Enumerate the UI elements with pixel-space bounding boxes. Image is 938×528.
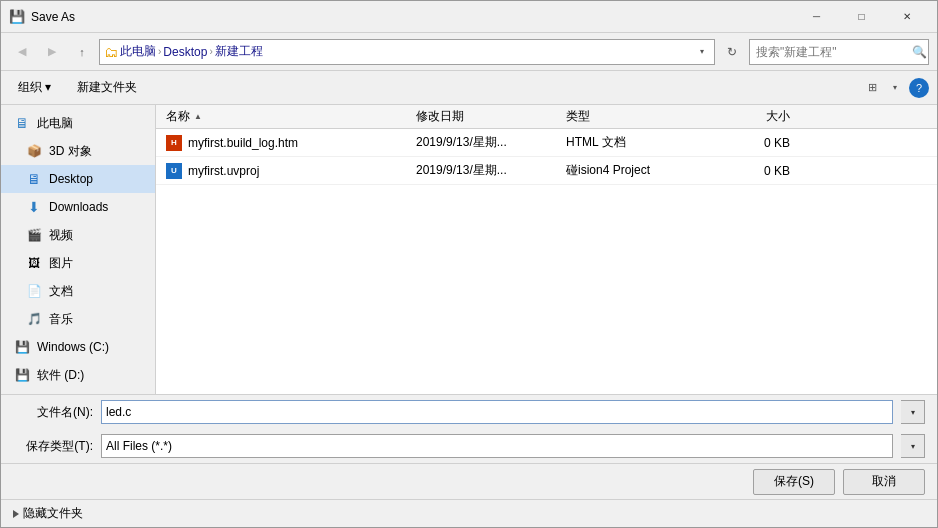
address-sep-1: › [158,46,161,57]
filename-row: 文件名(N): ▾ [1,395,937,429]
filename-dropdown-button[interactable]: ▾ [901,400,925,424]
titlebar: 💾 Save As ─ □ ✕ [1,1,937,33]
sidebar-item-drive-c[interactable]: 💾 Windows (C:) [1,333,155,361]
action-buttons: 保存(S) 取消 [1,463,937,499]
table-row[interactable]: U myfirst.uvproj 2019/9/13/星期... 碰ision4… [156,157,937,185]
sidebar-label-video: 视频 [49,227,73,244]
sidebar-label-computer: 此电脑 [37,115,73,132]
hidden-files-label: 隐藏文件夹 [23,505,83,522]
file-size-2: 0 KB [726,164,806,178]
filetype-row: 保存类型(T): ▾ [1,429,937,463]
address-part-desktop: Desktop [163,45,207,59]
save-button[interactable]: 保存(S) [753,469,835,495]
col-header-name[interactable]: 名称 ▲ [156,108,416,125]
file-type-1: HTML 文档 [566,134,726,151]
sidebar-item-desktop[interactable]: 🖥 Desktop [1,165,155,193]
maximize-button[interactable]: □ [839,1,884,33]
address-parts: 🗂 此电脑 › Desktop › 新建工程 [104,43,694,60]
filename-label: 文件名(N): [13,404,93,421]
save-as-dialog: 💾 Save As ─ □ ✕ ◀ ▶ ↑ 🗂 此电脑 › Desktop › … [0,0,938,528]
help-button[interactable]: ? [909,78,929,98]
sidebar-item-downloads[interactable]: ⬇ Downloads [1,193,155,221]
uvproj-file-icon: U [166,163,182,179]
view-options: ⊞ ▾ ? [859,75,929,101]
doc-icon: 📄 [25,282,43,300]
sidebar-item-video[interactable]: 🎬 视频 [1,221,155,249]
titlebar-controls: ─ □ ✕ [794,1,929,33]
sidebar-label-music: 音乐 [49,311,73,328]
video-icon: 🎬 [25,226,43,244]
sidebar-item-computer[interactable]: 🖥 此电脑 [1,109,155,137]
main-area: 🖥 此电脑 📦 3D 对象 🖥 Desktop ⬇ Downloads 🎬 视频… [1,105,937,394]
address-bar[interactable]: 🗂 此电脑 › Desktop › 新建工程 ▾ [99,39,715,65]
view-dropdown-button[interactable]: ▾ [887,75,903,101]
search-wrap: 🔍 [749,39,929,65]
address-sep-2: › [209,46,212,57]
search-input[interactable] [749,39,929,65]
address-part-computer: 此电脑 [120,43,156,60]
filetype-dropdown-button[interactable]: ▾ [901,434,925,458]
bottom-panel: 文件名(N): ▾ 保存类型(T): ▾ 保存(S) 取消 隐藏文件夹 [1,394,937,527]
filetype-input[interactable] [101,434,893,458]
address-folder-icon: 🗂 [104,44,118,60]
file-date-2: 2019/9/13/星期... [416,162,566,179]
sidebar-item-music[interactable]: 🎵 音乐 [1,305,155,333]
cancel-button[interactable]: 取消 [843,469,925,495]
col-header-size[interactable]: 大小 [726,108,806,125]
triangle-icon [13,510,19,518]
refresh-button[interactable]: ↻ [719,39,745,65]
minimize-button[interactable]: ─ [794,1,839,33]
back-button[interactable]: ◀ [9,39,35,65]
filelist-header: 名称 ▲ 修改日期 类型 大小 [156,105,937,129]
hidden-files-button[interactable]: 隐藏文件夹 [13,505,83,522]
address-part-folder: 新建工程 [215,43,263,60]
desktop-icon: 🖥 [25,170,43,188]
file-size-1: 0 KB [726,136,806,150]
sidebar-item-doc[interactable]: 📄 文档 [1,277,155,305]
sidebar-label-picture: 图片 [49,255,73,272]
hidden-files-row: 隐藏文件夹 [1,499,937,527]
command-bar: 组织 ▾ 新建文件夹 ⊞ ▾ ? [1,71,937,105]
3d-icon: 📦 [25,142,43,160]
sidebar-label-desktop: Desktop [49,172,93,186]
sidebar-label-3d: 3D 对象 [49,143,92,160]
file-name-1: H myfirst.build_log.htm [156,135,416,151]
filetype-select-wrap [101,434,893,458]
file-name-2: U myfirst.uvproj [156,163,416,179]
computer-icon: 🖥 [13,114,31,132]
titlebar-title: Save As [31,10,794,24]
sidebar-item-picture[interactable]: 🖼 图片 [1,249,155,277]
downloads-icon: ⬇ [25,198,43,216]
address-toolbar: ◀ ▶ ↑ 🗂 此电脑 › Desktop › 新建工程 ▾ ↻ 🔍 [1,33,937,71]
col-header-date[interactable]: 修改日期 [416,108,566,125]
drive-d-icon: 💾 [13,366,31,384]
table-row[interactable]: H myfirst.build_log.htm 2019/9/13/星期... … [156,129,937,157]
sidebar-label-doc: 文档 [49,283,73,300]
sidebar-label-drive-c: Windows (C:) [37,340,109,354]
address-dropdown-icon[interactable]: ▾ [694,40,710,64]
sidebar: 🖥 此电脑 📦 3D 对象 🖥 Desktop ⬇ Downloads 🎬 视频… [1,105,156,394]
html-file-icon: H [166,135,182,151]
view-toggle-button[interactable]: ⊞ [859,75,885,101]
close-button[interactable]: ✕ [884,1,929,33]
search-button[interactable]: 🔍 [912,45,927,59]
sidebar-label-drive-d: 软件 (D:) [37,367,84,384]
filetype-label: 保存类型(T): [13,438,93,455]
organize-button[interactable]: 组织 ▾ [9,75,60,101]
sidebar-item-3d[interactable]: 📦 3D 对象 [1,137,155,165]
up-button[interactable]: ↑ [69,39,95,65]
forward-button[interactable]: ▶ [39,39,65,65]
titlebar-icon: 💾 [9,9,25,25]
sidebar-label-downloads: Downloads [49,200,108,214]
drive-c-icon: 💾 [13,338,31,356]
col-header-type[interactable]: 类型 [566,108,726,125]
file-list: 名称 ▲ 修改日期 类型 大小 H myfirst.build_log.htm … [156,105,937,394]
sidebar-item-drive-d[interactable]: 💾 软件 (D:) [1,361,155,389]
filename-input[interactable] [101,400,893,424]
file-date-1: 2019/9/13/星期... [416,134,566,151]
file-type-2: 碰ision4 Project [566,162,726,179]
sort-arrow-icon: ▲ [194,112,202,121]
music-icon: 🎵 [25,310,43,328]
new-folder-button[interactable]: 新建文件夹 [68,75,146,101]
picture-icon: 🖼 [25,254,43,272]
